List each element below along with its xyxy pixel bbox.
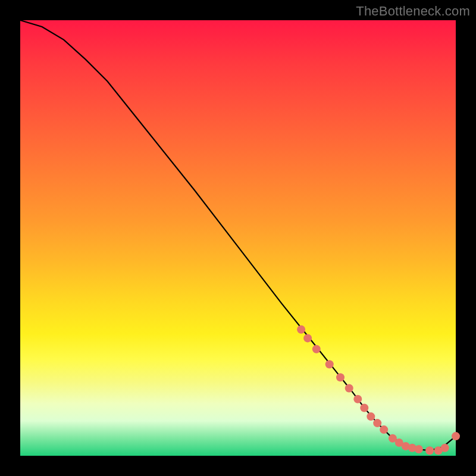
marker-point	[367, 412, 375, 421]
marker-point	[360, 404, 368, 412]
bottleneck-curve	[20, 20, 456, 450]
marker-point	[425, 446, 434, 455]
curve-layer	[20, 20, 456, 456]
marker-point	[415, 445, 423, 453]
marker-point	[297, 325, 305, 334]
marker-point	[380, 425, 388, 434]
plot-area	[20, 20, 456, 456]
marker-point	[345, 384, 353, 393]
marker-point	[373, 419, 381, 427]
watermark-text: TheBottleneck.com	[356, 4, 470, 19]
marker-point	[325, 360, 334, 368]
marker-point	[441, 444, 449, 452]
marker-point	[303, 334, 312, 342]
marker-point	[336, 373, 345, 381]
marker-point	[353, 395, 362, 403]
marker-point	[452, 432, 460, 440]
chart-frame: TheBottleneck.com	[0, 0, 476, 476]
highlighted-points	[297, 325, 460, 455]
marker-point	[312, 345, 321, 353]
